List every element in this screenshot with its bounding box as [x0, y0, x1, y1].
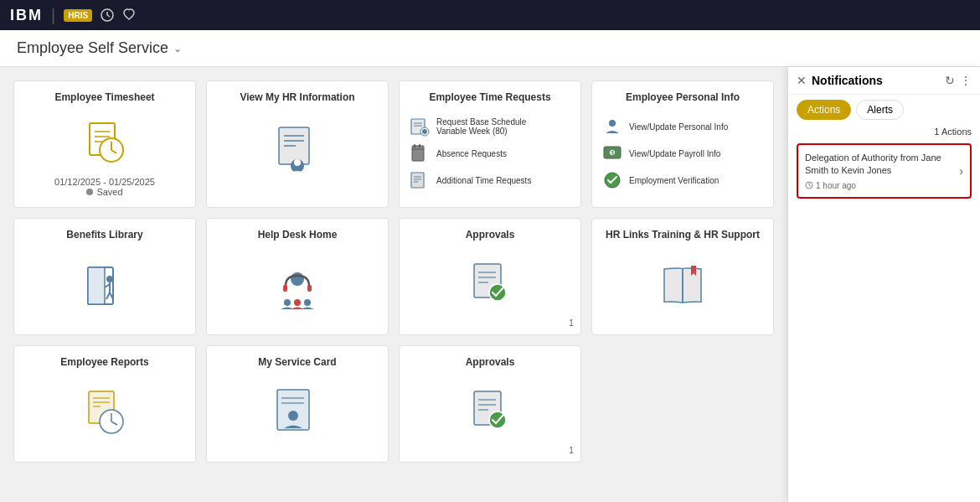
tab-alerts[interactable]: Alerts: [856, 100, 904, 120]
svg-text:$: $: [611, 150, 614, 155]
sub-item-request-base[interactable]: Request Base ScheduleVariable Week (80): [410, 113, 570, 140]
svg-rect-25: [411, 173, 424, 188]
sub-item-absence-requests[interactable]: Absence Requests: [410, 140, 570, 167]
svg-rect-60: [277, 390, 309, 430]
notif-item[interactable]: Delegation of Authority from Jane Smith …: [797, 143, 972, 199]
card-benefits-library[interactable]: Benefits Library: [13, 218, 196, 335]
notif-panel-title: Notifications: [812, 74, 940, 87]
card-badge: 1: [569, 445, 574, 455]
svg-point-44: [284, 299, 291, 306]
card-title: Approvals: [466, 356, 515, 368]
card-title: Benefits Library: [66, 229, 142, 241]
card-icon-area: [272, 247, 322, 324]
card-title: HR Links Training & HR Support: [606, 229, 760, 241]
card-icon-area: [272, 375, 322, 452]
notifications-panel: ✕ Notifications ↻ ⋮ Actions Alerts 1 Act…: [787, 67, 980, 502]
svg-point-29: [609, 120, 616, 127]
notif-count: 1 Actions: [788, 125, 980, 138]
clock-icon[interactable]: [101, 8, 114, 22]
notif-header: ✕ Notifications ↻ ⋮: [788, 67, 980, 95]
main-content: Employee Timesheet 01/12/2025 - 01/: [0, 67, 980, 502]
card-icon-area: [658, 247, 708, 324]
hr-links-icon: [658, 261, 708, 311]
nav-divider: |: [51, 6, 55, 25]
card-view-my-hr-information[interactable]: View My HR Information: [206, 80, 389, 208]
absence-icon: [410, 143, 430, 163]
verification-icon: [602, 170, 622, 190]
cards-area: Employee Timesheet 01/12/2025 - 01/: [0, 67, 787, 502]
ibm-logo: IBM: [10, 7, 43, 24]
card-my-service-card[interactable]: My Service Card: [206, 345, 389, 463]
helpdesk-icon: [272, 261, 322, 311]
reports-icon: [82, 388, 128, 438]
card-hr-links-training[interactable]: HR Links Training & HR Support: [591, 218, 774, 335]
card-title: Employee Reports: [60, 356, 148, 368]
card-icon-area: [467, 375, 513, 452]
svg-rect-23: [419, 144, 420, 147]
card-title: Employee Personal Info: [626, 91, 740, 103]
benefits-icon: [80, 261, 130, 311]
svg-point-41: [291, 272, 304, 286]
svg-point-46: [304, 299, 311, 306]
card-approvals-1[interactable]: Approvals 1: [399, 218, 581, 335]
card-sub-content: Request Base ScheduleVariable Week (80) …: [410, 110, 570, 197]
card-employee-timesheet[interactable]: Employee Timesheet 01/12/2025 - 01/: [13, 80, 196, 208]
card-title: My Service Card: [258, 356, 336, 368]
svg-point-36: [106, 276, 113, 282]
svg-point-45: [294, 299, 301, 306]
payroll-icon: $: [602, 143, 622, 163]
refresh-icon[interactable]: ↻: [945, 74, 955, 87]
svg-point-18: [422, 129, 427, 134]
person-icon: [602, 116, 622, 137]
notif-item-content: Delegation of Authority from Jane Smith …: [805, 152, 956, 190]
card-icon-area: [82, 375, 128, 452]
approvals2-icon: [467, 388, 513, 438]
sub-navigation: Employee Self Service ⌄: [0, 30, 980, 67]
sub-item-additional-time[interactable]: Additional Time Requests: [410, 167, 570, 194]
timesheet-icon: [80, 118, 130, 168]
hris-badge: HRIS: [64, 9, 92, 22]
time-icon: [805, 181, 813, 189]
svg-line-71: [809, 185, 811, 187]
chevron-down-icon[interactable]: ⌄: [173, 43, 182, 54]
svg-rect-21: [412, 146, 424, 161]
approvals-icon: [467, 261, 513, 311]
card-help-desk-home[interactable]: Help Desk Home: [206, 218, 389, 335]
card-icon-area: [467, 247, 513, 324]
notif-item-time: 1 hour ago: [805, 181, 956, 190]
card-icon-area: [80, 110, 130, 177]
card-icon-area: [80, 247, 130, 324]
hr-info-icon: [272, 124, 322, 183]
status-dot: [86, 189, 93, 195]
top-navigation: IBM | HRIS: [0, 0, 980, 30]
svg-point-63: [288, 411, 298, 421]
chevron-right-icon[interactable]: ›: [959, 164, 963, 178]
svg-rect-43: [307, 285, 312, 292]
card-title: Approvals: [466, 229, 515, 241]
heart-icon[interactable]: [122, 8, 136, 22]
more-icon[interactable]: ⋮: [960, 74, 972, 87]
svg-rect-35: [88, 267, 105, 304]
card-badge: 1: [569, 318, 574, 328]
close-icon[interactable]: ✕: [797, 74, 807, 87]
card-employee-personal-info[interactable]: Employee Personal Info View/Update Perso…: [591, 80, 774, 208]
notif-tabs: Actions Alerts: [788, 95, 980, 125]
svg-rect-42: [283, 285, 287, 292]
svg-point-15: [294, 159, 301, 166]
svg-rect-22: [414, 144, 415, 147]
card-employee-reports[interactable]: Employee Reports: [13, 345, 196, 463]
sub-item-employment-verification[interactable]: Employment Verification: [602, 167, 763, 194]
sub-item-payroll-info[interactable]: $ View/Update Payroll Info: [602, 140, 763, 167]
card-title: Employee Timesheet: [54, 91, 154, 103]
card-title: View My HR Information: [240, 91, 354, 103]
card-employee-time-requests[interactable]: Employee Time Requests Request Base Sche…: [399, 80, 581, 208]
svg-line-39: [106, 292, 110, 299]
tab-actions[interactable]: Actions: [797, 100, 851, 120]
card-icon-area: [272, 110, 322, 197]
sub-item-personal-info[interactable]: View/Update Personal Info: [602, 113, 763, 140]
additional-time-icon: [410, 170, 430, 190]
card-status: Saved: [86, 187, 122, 197]
page-title[interactable]: Employee Self Service: [17, 39, 168, 57]
service-card-icon: [272, 386, 322, 441]
card-approvals-2[interactable]: Approvals 1: [399, 345, 581, 463]
